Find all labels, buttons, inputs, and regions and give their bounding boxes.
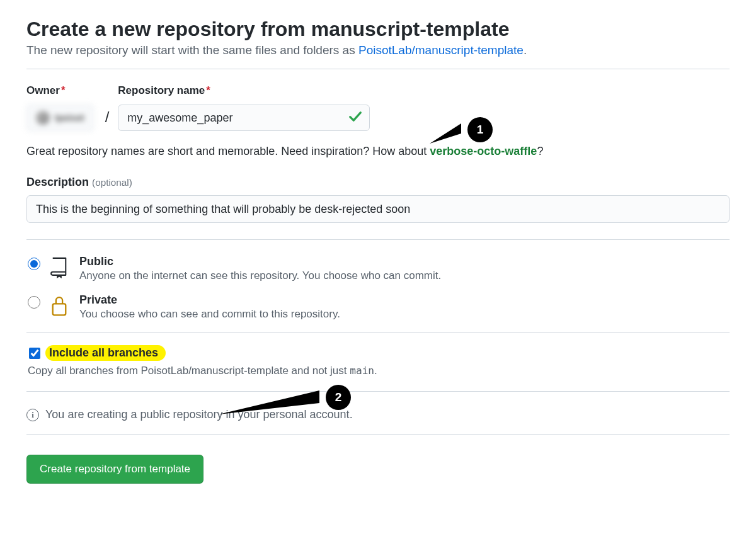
- subtitle-text: The new repository will start with the s…: [26, 43, 358, 57]
- subtitle-suffix: .: [524, 43, 527, 57]
- required-asterisk: *: [61, 84, 66, 96]
- divider: [26, 434, 730, 435]
- create-note: i You are creating a public repository i…: [26, 408, 730, 421]
- divider: [26, 69, 730, 69]
- svg-rect-0: [53, 304, 66, 315]
- branch-code: main: [350, 365, 374, 377]
- description-input[interactable]: [26, 195, 730, 223]
- owner-label-text: Owner: [26, 84, 60, 96]
- description-label-text: Description: [26, 176, 89, 188]
- include-desc-suffix: .: [374, 365, 377, 377]
- include-branches-label: Include all branches: [45, 345, 166, 361]
- divider: [26, 239, 730, 240]
- visibility-private-option[interactable]: Private You choose who can see and commi…: [26, 293, 730, 321]
- divider: [26, 332, 730, 333]
- repo-name-label: Repository name*: [118, 84, 370, 97]
- visibility-public-radio[interactable]: [28, 258, 40, 270]
- repo-name-input[interactable]: [118, 105, 370, 131]
- name-hint: Great repository names are short and mem…: [26, 145, 730, 158]
- include-branches-checkbox[interactable]: [29, 348, 40, 359]
- include-branches-description: Copy all branches from PoisotLab/manuscr…: [28, 365, 730, 377]
- page-title: Create a new repository from manuscript-…: [26, 18, 730, 41]
- visibility-public-option[interactable]: Public Anyone on the internet can see th…: [26, 255, 730, 282]
- info-icon: i: [26, 409, 39, 421]
- hint-text: Great repository names are short and mem…: [26, 145, 430, 157]
- annotation-bubble: 2: [326, 385, 351, 410]
- visibility-private-radio[interactable]: [28, 296, 40, 309]
- path-separator: /: [96, 108, 118, 126]
- owner-selector[interactable]: tpoisot: [26, 105, 94, 131]
- hint-suffix: ?: [537, 145, 543, 157]
- owner-name: tpoisot: [55, 113, 84, 123]
- owner-label: Owner*: [26, 84, 94, 97]
- required-asterisk: *: [206, 84, 210, 96]
- repo-name-label-text: Repository name: [118, 84, 205, 96]
- name-suggestion[interactable]: verbose-octo-waffle: [430, 145, 537, 157]
- create-note-text: You are creating a public repository in …: [45, 408, 353, 421]
- template-link[interactable]: PoisotLab/manuscript-template: [358, 43, 524, 57]
- visibility-public-description: Anyone on the internet can see this repo…: [79, 270, 441, 282]
- description-label: Description (optional): [26, 176, 730, 189]
- visibility-private-description: You choose who can see and commit to thi…: [79, 308, 340, 321]
- repo-icon: [48, 256, 71, 278]
- visibility-public-title: Public: [79, 255, 441, 268]
- avatar: [36, 111, 50, 125]
- page-subtitle: The new repository will start with the s…: [26, 43, 730, 57]
- optional-label: (optional): [92, 177, 132, 188]
- create-repository-button[interactable]: Create repository from template: [26, 455, 203, 484]
- visibility-private-title: Private: [79, 293, 340, 307]
- include-desc-text: Copy all branches from PoisotLab/manuscr…: [28, 365, 350, 377]
- check-icon: [348, 110, 362, 126]
- divider: [26, 391, 730, 392]
- annotation-callout-3: 3: [290, 496, 365, 501]
- lock-icon: [48, 294, 71, 317]
